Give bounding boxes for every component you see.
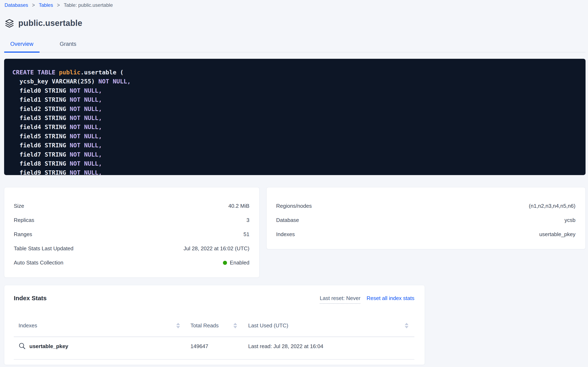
index-stats-actions: Last reset: Never Reset all index stats bbox=[320, 295, 414, 304]
stat-row-ranges: Ranges 51 bbox=[14, 231, 249, 238]
table-stats-card: Size 40.2 MiB Replicas 3 Ranges 51 Table… bbox=[4, 187, 259, 278]
index-stats-header: Index Stats Last reset: Never Reset all … bbox=[14, 294, 414, 304]
chevron-right-icon: > bbox=[57, 2, 60, 9]
sql-token: field7 STRING bbox=[12, 151, 70, 158]
table-details-page: Databases > Tables > Table: public.usert… bbox=[0, 0, 588, 365]
sql-token: public bbox=[59, 69, 81, 76]
sql-token: .usertable ( bbox=[81, 69, 124, 76]
stat-row-auto-stats: Auto Stats Collection Enabled bbox=[14, 259, 249, 266]
last-used-cell: Last read: Jul 28, 2022 at 16:04 bbox=[243, 342, 414, 350]
stat-label: Replicas bbox=[14, 217, 34, 223]
sql-token: field6 STRING bbox=[12, 142, 70, 149]
sql-token: ycsb_key VARCHAR(255) bbox=[12, 78, 99, 85]
column-label: Total Reads bbox=[190, 322, 219, 329]
sql-token: field0 STRING bbox=[12, 87, 70, 94]
last-reset-label: Last reset: Never bbox=[320, 295, 360, 304]
index-name-link[interactable]: usertable_pkey bbox=[29, 342, 68, 350]
index-name-cell[interactable]: usertable_pkey bbox=[14, 342, 185, 350]
column-header-total-reads[interactable]: Total Reads bbox=[185, 322, 243, 329]
stat-row-stats-updated: Table Stats Last Updated Jul 28, 2022 at… bbox=[14, 245, 249, 252]
chevron-right-icon: > bbox=[32, 2, 35, 9]
create-table-sql-block[interactable]: CREATE TABLE public.usertable ( ycsb_key… bbox=[4, 59, 586, 175]
stat-label: Ranges bbox=[14, 231, 32, 238]
table-details-card: Regions/nodes (n1,n2,n3,n4,n5,n6) Databa… bbox=[266, 187, 586, 249]
reset-index-stats-link[interactable]: Reset all index stats bbox=[366, 295, 414, 301]
stat-value: Jul 28, 2022 at 16:02 (UTC) bbox=[183, 245, 249, 252]
sql-line: field5 STRING NOT NULL, bbox=[12, 132, 577, 141]
breadcrumb-link-tables[interactable]: Tables bbox=[39, 2, 53, 8]
sql-line: field9 STRING NOT NULL, bbox=[12, 168, 577, 175]
sort-arrows-icon[interactable] bbox=[176, 323, 180, 328]
index-stats-table: Indexes Total Reads Last Used (UTC) bbox=[14, 319, 414, 360]
sql-line: field1 STRING NOT NULL, bbox=[12, 95, 577, 104]
stat-value: ycsb bbox=[564, 217, 575, 223]
sql-token: NOT NULL, bbox=[70, 169, 102, 175]
stat-label: Table Stats Last Updated bbox=[14, 245, 74, 252]
sql-token: field9 STRING bbox=[12, 169, 70, 175]
sql-line: ycsb_key VARCHAR(255) NOT NULL, bbox=[12, 77, 577, 86]
sql-token: field4 STRING bbox=[12, 124, 70, 131]
tab-overview[interactable]: Overview bbox=[4, 41, 40, 52]
tab-bar: Overview Grants bbox=[4, 41, 586, 52]
sql-line: field0 STRING NOT NULL, bbox=[12, 86, 577, 95]
breadcrumb: Databases > Tables > Table: public.usert… bbox=[4, 2, 586, 8]
stat-value: 51 bbox=[243, 231, 249, 238]
stat-value: 40.2 MiB bbox=[228, 203, 249, 209]
sql-token: NOT NULL, bbox=[70, 87, 102, 94]
column-label: Indexes bbox=[18, 322, 37, 329]
stat-label: Database bbox=[276, 217, 299, 223]
stat-value: 3 bbox=[247, 217, 249, 223]
sql-token: NOT NULL, bbox=[70, 151, 102, 158]
stat-label: Auto Stats Collection bbox=[14, 259, 63, 266]
sql-line: CREATE TABLE public.usertable ( bbox=[12, 68, 577, 77]
sql-line: field8 STRING NOT NULL, bbox=[12, 159, 577, 168]
tab-grants[interactable]: Grants bbox=[54, 41, 83, 52]
sql-token: NOT NULL, bbox=[70, 124, 102, 131]
stat-row-size: Size 40.2 MiB bbox=[14, 203, 249, 209]
stat-value: usertable_pkey bbox=[539, 231, 575, 238]
table-row: usertable_pkey 149647 Last read: Jul 28,… bbox=[14, 337, 414, 360]
stat-row-replicas: Replicas 3 bbox=[14, 217, 249, 223]
stat-value: (n1,n2,n3,n4,n5,n6) bbox=[529, 203, 575, 209]
stat-row-indexes: Indexes usertable_pkey bbox=[276, 231, 575, 238]
breadcrumb-link-databases[interactable]: Databases bbox=[5, 2, 28, 8]
stat-label: Size bbox=[14, 203, 24, 209]
sql-token: NOT NULL, bbox=[70, 160, 102, 167]
sql-token: field8 STRING bbox=[12, 160, 70, 167]
sql-token: CREATE TABLE bbox=[12, 69, 59, 76]
sql-token: NOT NULL, bbox=[70, 115, 102, 121]
sql-line: field6 STRING NOT NULL, bbox=[12, 141, 577, 150]
search-icon bbox=[19, 343, 26, 350]
status-text: Enabled bbox=[230, 259, 249, 266]
summary-cards-row: Size 40.2 MiB Replicas 3 Ranges 51 Table… bbox=[4, 187, 586, 278]
table-header-row: Indexes Total Reads Last Used (UTC) bbox=[14, 319, 414, 337]
column-header-indexes[interactable]: Indexes bbox=[14, 322, 185, 329]
breadcrumb-current: Table: public.usertable bbox=[64, 2, 113, 8]
sql-token: field2 STRING bbox=[12, 105, 70, 112]
sql-token: NOT NULL, bbox=[70, 133, 102, 140]
sort-arrows-icon[interactable] bbox=[405, 323, 408, 328]
sql-token: NOT NULL, bbox=[70, 105, 102, 112]
sql-token: NOT NULL, bbox=[70, 142, 102, 149]
status-badge: Enabled bbox=[223, 259, 249, 266]
stat-label: Regions/nodes bbox=[276, 203, 312, 209]
sql-line: field2 STRING NOT NULL, bbox=[12, 104, 577, 113]
stat-row-database: Database ycsb bbox=[276, 217, 575, 223]
sql-line: field4 STRING NOT NULL, bbox=[12, 123, 577, 132]
sort-arrows-icon[interactable] bbox=[233, 323, 237, 328]
column-header-last-used[interactable]: Last Used (UTC) bbox=[243, 322, 414, 329]
sql-token: NOT NULL, bbox=[99, 78, 131, 85]
sql-line: field3 STRING NOT NULL, bbox=[12, 113, 577, 123]
page-title: public.usertable bbox=[18, 18, 82, 28]
column-label: Last Used (UTC) bbox=[248, 322, 288, 329]
sql-line: field7 STRING NOT NULL, bbox=[12, 150, 577, 159]
index-stats-card: Index Stats Last reset: Never Reset all … bbox=[4, 285, 425, 365]
page-header: public.usertable bbox=[4, 18, 586, 28]
sql-token: NOT NULL, bbox=[70, 96, 102, 103]
sql-token: field5 STRING bbox=[12, 133, 70, 140]
green-dot-icon bbox=[223, 261, 227, 265]
sql-token: field3 STRING bbox=[12, 115, 70, 121]
layers-icon bbox=[5, 19, 14, 28]
index-stats-title: Index Stats bbox=[14, 294, 47, 302]
stat-label: Indexes bbox=[276, 231, 295, 238]
